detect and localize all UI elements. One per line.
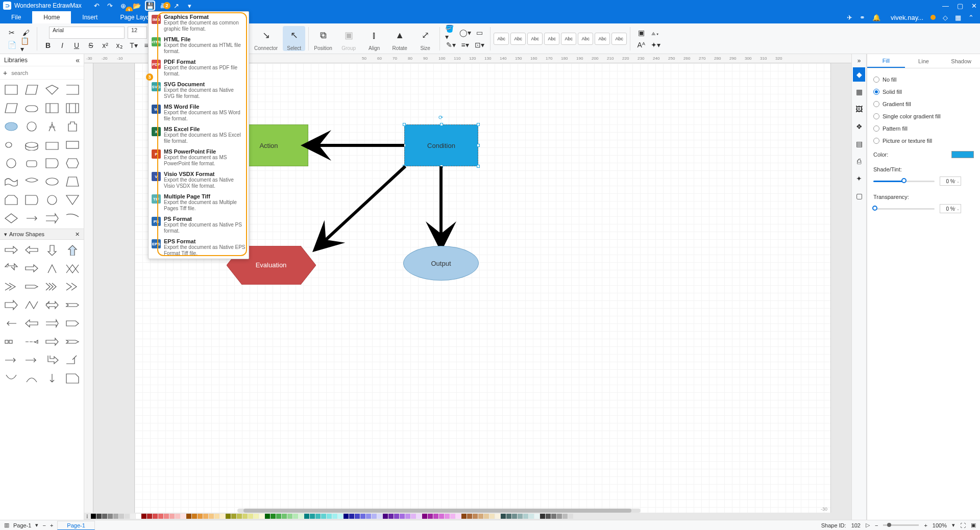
arrow-stencil[interactable] bbox=[63, 279, 82, 295]
color-swatch[interactable] bbox=[141, 514, 146, 519]
arrow-stencil[interactable] bbox=[43, 370, 61, 387]
radio-pattern-fill[interactable]: Pattern fill bbox=[873, 122, 974, 135]
transparency-value[interactable]: 0 % bbox=[940, 204, 961, 213]
color-swatch[interactable] bbox=[551, 514, 556, 519]
select-button[interactable]: ↖ bbox=[285, 26, 303, 44]
color-swatch[interactable] bbox=[198, 514, 203, 519]
color-swatch[interactable] bbox=[214, 514, 219, 519]
line-color-icon[interactable]: ✎▾ bbox=[445, 39, 456, 51]
zoom-out-icon[interactable]: − bbox=[875, 522, 878, 528]
export-item-vsdx[interactable]: VVisio VSDX FormatExport the document as… bbox=[149, 169, 249, 191]
radio-no-fill[interactable]: No fill bbox=[873, 73, 974, 86]
tab-fill[interactable]: Fill bbox=[867, 54, 905, 68]
line-dash-icon[interactable]: ⊡▾ bbox=[474, 39, 485, 51]
arrow-stencil[interactable] bbox=[43, 279, 61, 295]
arrow-stencil[interactable] bbox=[2, 297, 20, 313]
export-item-tiff[interactable]: TIFMultiple Page TiffExport the document… bbox=[149, 191, 249, 214]
color-swatch[interactable] bbox=[428, 514, 433, 519]
color-swatch[interactable] bbox=[540, 514, 545, 519]
font-family-select[interactable]: Arial bbox=[49, 27, 125, 39]
color-swatch[interactable] bbox=[422, 514, 427, 519]
color-swatch[interactable] bbox=[153, 514, 158, 519]
page-tool-icon[interactable]: ▤ bbox=[853, 137, 865, 151]
shape-stencil[interactable] bbox=[2, 173, 20, 190]
fullscreen-icon[interactable]: ▣ bbox=[971, 522, 976, 528]
shape-output[interactable]: Output bbox=[403, 246, 479, 281]
color-swatch[interactable] bbox=[147, 514, 152, 519]
shape-icon[interactable]: ▭ bbox=[474, 27, 485, 38]
arrow-stencil[interactable] bbox=[2, 279, 20, 295]
color-swatch[interactable] bbox=[344, 514, 349, 519]
style-thumb[interactable]: Abc bbox=[595, 33, 610, 45]
color-swatch[interactable] bbox=[164, 514, 169, 519]
menu-insert[interactable]: Insert bbox=[71, 11, 109, 23]
shape-stencil[interactable] bbox=[2, 210, 20, 226]
color-swatch[interactable] bbox=[259, 514, 264, 519]
ribbon-collapse-icon[interactable]: ⌃ bbox=[968, 14, 974, 21]
color-swatch[interactable] bbox=[467, 514, 472, 519]
group-button[interactable]: ▣ bbox=[339, 26, 358, 44]
zoom-value[interactable]: 100% bbox=[933, 522, 947, 528]
add-library-icon[interactable]: + bbox=[3, 69, 7, 77]
color-swatch[interactable] bbox=[501, 514, 506, 519]
color-swatch[interactable] bbox=[169, 514, 175, 519]
arrow-stencil[interactable] bbox=[2, 352, 20, 368]
zoom-dropdown-icon[interactable]: ▾ bbox=[952, 522, 955, 528]
color-swatch[interactable] bbox=[181, 514, 186, 519]
arrow-stencil[interactable] bbox=[43, 297, 61, 313]
color-swatch[interactable] bbox=[568, 514, 573, 519]
color-swatch[interactable] bbox=[372, 514, 377, 519]
arrow-stencil[interactable] bbox=[22, 260, 41, 276]
color-swatch[interactable] bbox=[242, 514, 248, 519]
color-swatch[interactable] bbox=[192, 514, 197, 519]
shape-stencil[interactable] bbox=[2, 118, 20, 135]
color-swatch[interactable] bbox=[96, 514, 102, 519]
open-icon[interactable]: 📂 bbox=[133, 2, 141, 10]
color-swatch[interactable] bbox=[108, 514, 113, 519]
shape-stencil[interactable] bbox=[22, 210, 41, 226]
color-swatch[interactable] bbox=[91, 514, 96, 519]
chevron-down-icon[interactable]: ▾ bbox=[4, 231, 7, 238]
shape-stencil[interactable] bbox=[63, 137, 82, 153]
color-swatch[interactable] bbox=[360, 514, 365, 519]
color-swatch[interactable] bbox=[450, 514, 455, 519]
export-item-eps[interactable]: EPSEPS FormatExport the document as Nati… bbox=[149, 236, 249, 259]
color-swatch[interactable] bbox=[534, 514, 540, 519]
shape-stencil[interactable] bbox=[43, 137, 61, 153]
color-swatch[interactable] bbox=[265, 514, 270, 519]
color-swatch[interactable] bbox=[518, 514, 523, 519]
font-size-select[interactable]: 12 bbox=[128, 27, 147, 39]
arrow-stencil[interactable] bbox=[22, 352, 41, 368]
export-icon[interactable]: ↗ bbox=[173, 2, 181, 10]
color-swatch[interactable] bbox=[276, 514, 281, 519]
color-swatch[interactable] bbox=[473, 514, 478, 519]
shape-stencil[interactable] bbox=[22, 137, 41, 153]
color-swatch[interactable] bbox=[248, 514, 253, 519]
arrow-stencil[interactable] bbox=[43, 260, 61, 276]
shape-stencil[interactable] bbox=[43, 100, 61, 116]
color-swatch[interactable] bbox=[495, 514, 500, 519]
color-swatch[interactable] bbox=[456, 514, 461, 519]
color-swatch[interactable] bbox=[512, 514, 517, 519]
notification-icon[interactable]: 🔔 bbox=[872, 14, 880, 21]
color-swatch[interactable] bbox=[546, 514, 551, 519]
zoom-slider[interactable] bbox=[883, 524, 919, 526]
color-swatch[interactable] bbox=[220, 514, 225, 519]
comment-tool-icon[interactable]: ▢ bbox=[853, 189, 865, 203]
style-gallery[interactable]: Abc Abc Abc Abc Abc Abc Abc Abc bbox=[494, 33, 627, 45]
shape-stencil[interactable] bbox=[43, 82, 61, 98]
shape-stencil[interactable] bbox=[43, 118, 61, 135]
color-swatch[interactable] bbox=[366, 514, 371, 519]
shade-slider[interactable] bbox=[873, 181, 935, 182]
color-swatch[interactable] bbox=[282, 514, 287, 519]
menu-file[interactable]: File bbox=[0, 11, 32, 23]
export-item-gfx[interactable]: IMGGraphics FormatExport the document as… bbox=[149, 12, 249, 34]
color-swatch[interactable] bbox=[203, 514, 208, 519]
color-swatch[interactable] bbox=[484, 514, 489, 519]
undo-icon[interactable]: ↶ bbox=[93, 2, 101, 10]
color-swatch[interactable] bbox=[377, 514, 382, 519]
arrow-stencil[interactable] bbox=[43, 352, 61, 368]
shape-stencil[interactable] bbox=[22, 173, 41, 190]
shape-stencil[interactable] bbox=[22, 100, 41, 116]
superscript-icon[interactable]: x² bbox=[100, 40, 111, 51]
